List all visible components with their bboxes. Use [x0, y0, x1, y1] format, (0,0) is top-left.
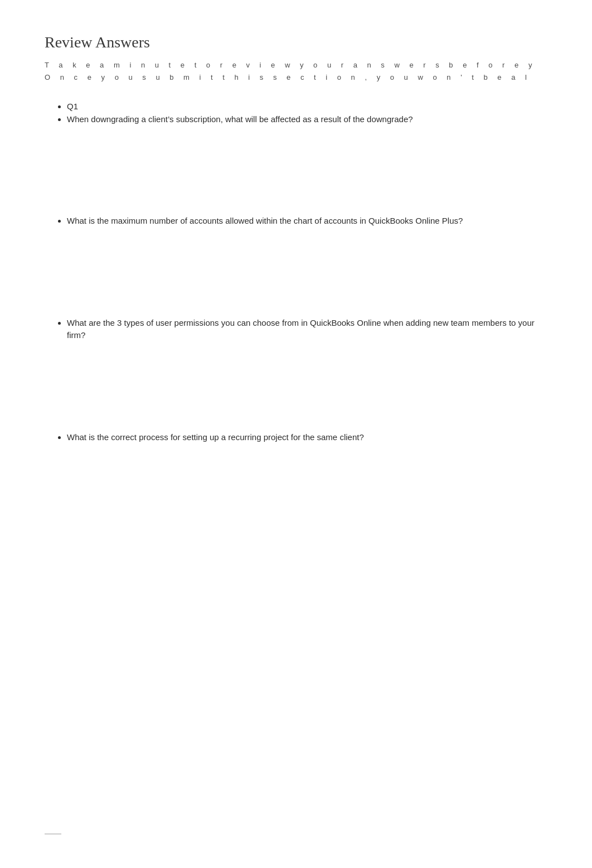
question-group-3: What are the 3 types of user permissions…	[45, 317, 547, 342]
questions-container: Q1 When downgrading a client’s subscript…	[45, 100, 547, 443]
intro-line-2: O n c e y o u s u b m i t t h i s s e c …	[45, 73, 529, 81]
q4-text: What is the correct process for setting …	[67, 431, 547, 444]
prev-indicator	[45, 833, 61, 835]
bottom-navigation	[45, 833, 547, 835]
q1-text: When downgrading a client’s subscription…	[67, 113, 547, 126]
q1-label: Q1	[67, 100, 547, 113]
question-group-1: Q1 When downgrading a client’s subscript…	[45, 100, 547, 126]
question-group-4: What is the correct process for setting …	[45, 431, 547, 444]
q2-text: What is the maximum number of accounts a…	[67, 215, 547, 228]
intro-paragraph: T a k e a m i n u t e t o r e v i e w y …	[45, 59, 546, 84]
page-title: Review Answers	[45, 33, 547, 51]
intro-line-1: T a k e a m i n u t e t o r e v i e w y …	[45, 61, 534, 69]
q3-text: What are the 3 types of user permissions…	[67, 317, 547, 342]
question-group-2: What is the maximum number of accounts a…	[45, 215, 547, 228]
